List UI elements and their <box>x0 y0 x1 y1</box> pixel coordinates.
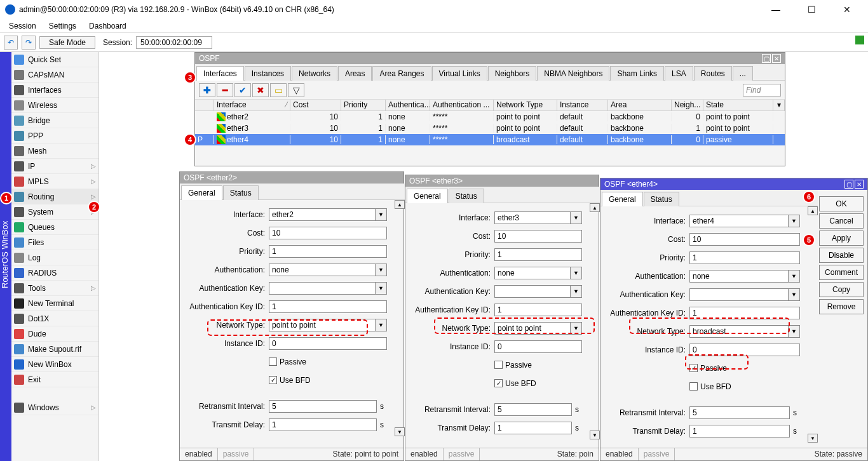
tab-neighbors[interactable]: Neighbors <box>488 66 537 81</box>
col-header[interactable]: Interface⁄ <box>214 100 290 110</box>
tab-interfaces[interactable]: Interfaces <box>196 66 244 81</box>
maximize-button[interactable]: ☐ <box>799 3 824 17</box>
tab--[interactable]: ... <box>733 66 753 81</box>
table-row[interactable]: Pether4101none*****broadcastdefaultbackb… <box>195 134 785 145</box>
menu-session[interactable]: Session <box>3 20 43 32</box>
scroll-up-icon[interactable]: ▲ <box>808 206 818 215</box>
field-instance-id[interactable]: 0 <box>269 337 387 350</box>
col-header[interactable]: Priority <box>341 100 386 110</box>
tab-nbma-neighbors[interactable]: NBMA Neighbors <box>537 66 609 81</box>
nav-item-system[interactable]: System▷ <box>11 204 98 220</box>
dropdown-icon[interactable]: ▼ <box>375 319 386 331</box>
field-cost[interactable]: 10 <box>269 227 387 239</box>
col-header[interactable]: Instance <box>557 100 608 110</box>
scroll-down-icon[interactable]: ▼ <box>808 434 818 443</box>
col-header[interactable] <box>195 100 214 110</box>
menu-settings[interactable]: Settings <box>43 20 83 32</box>
dropdown-icon[interactable]: ▼ <box>788 289 799 300</box>
scroll-down-icon[interactable]: ▼ <box>395 427 405 436</box>
comment-button[interactable]: ▭ <box>270 83 287 97</box>
dropdown-icon[interactable]: ▼ <box>570 286 581 297</box>
disable-button[interactable]: Disable <box>819 248 864 263</box>
copy-button[interactable]: Copy <box>819 282 864 297</box>
field-transmit-delay[interactable]: 1 <box>269 418 377 431</box>
col-header[interactable]: Area <box>608 100 672 110</box>
nav-item-files[interactable]: Files <box>11 235 98 250</box>
minimize-icon[interactable]: ▢ <box>844 180 853 189</box>
field-priority[interactable]: 1 <box>689 251 800 264</box>
find-input[interactable]: Find <box>743 84 781 97</box>
col-menu[interactable]: ▾ <box>773 100 785 110</box>
field-transmit-delay[interactable]: 1 <box>689 425 790 438</box>
menu-dashboard[interactable]: Dashboard <box>83 20 133 32</box>
tab-area-ranges[interactable]: Area Ranges <box>372 66 431 81</box>
field-network-type[interactable]: broadcast▼ <box>689 325 800 338</box>
checkbox-use-bfd[interactable]: ✓Use BFD <box>269 376 311 385</box>
tab-general[interactable]: General <box>407 189 448 203</box>
undo-button[interactable]: ↶ <box>4 36 18 50</box>
close-button[interactable]: ✕ <box>835 3 859 17</box>
nav-item-radius[interactable]: RADIUS <box>11 265 98 281</box>
session-value[interactable]: 50:00:00:02:00:09 <box>136 36 212 49</box>
tab-instances[interactable]: Instances <box>245 66 291 81</box>
ok-button[interactable]: OK <box>819 196 864 211</box>
dropdown-icon[interactable]: ▼ <box>788 326 799 337</box>
field-retransmit-interval[interactable]: 5 <box>269 400 377 413</box>
nav-item-exit[interactable]: Exit <box>11 372 98 387</box>
field-network-type[interactable]: point to point▼ <box>494 322 582 335</box>
dropdown-icon[interactable]: ▼ <box>788 271 799 282</box>
nav-item-wireless[interactable]: Wireless <box>11 98 98 113</box>
tab-status[interactable]: Status <box>449 189 484 203</box>
checkbox-use-bfd[interactable]: ✓Use BFD <box>494 379 536 388</box>
checkbox-use-bfd[interactable]: Use BFD <box>689 382 731 391</box>
col-header[interactable]: Cost <box>290 100 341 110</box>
tab-status[interactable]: Status <box>223 185 259 200</box>
field-authentication-key-id[interactable]: 1 <box>269 300 387 313</box>
add-button[interactable]: ✚ <box>199 83 215 97</box>
comment-button[interactable]: Comment <box>819 265 864 280</box>
close-icon[interactable]: ✕ <box>772 54 781 63</box>
dropdown-icon[interactable]: ▼ <box>570 323 581 334</box>
tab-status[interactable]: Status <box>644 192 679 206</box>
table-row[interactable]: ether3101none*****point to pointdefaultb… <box>195 123 785 134</box>
field-interface[interactable]: ether4▼ <box>689 215 800 227</box>
dropdown-icon[interactable]: ▼ <box>375 264 386 276</box>
nav-item-dot1x[interactable]: Dot1X <box>11 311 98 326</box>
dropdown-icon[interactable]: ▼ <box>375 283 386 294</box>
remove-button[interactable]: ━ <box>217 83 233 97</box>
nav-item-mpls[interactable]: MPLS▷ <box>11 174 98 189</box>
apply-button[interactable]: Apply <box>819 230 864 246</box>
dropdown-icon[interactable]: ▼ <box>570 267 581 279</box>
minimize-button[interactable]: — <box>764 3 788 17</box>
tab-general[interactable]: General <box>181 185 222 200</box>
col-header[interactable]: Network Type <box>494 100 557 110</box>
scroll-down-icon[interactable]: ▼ <box>590 431 600 439</box>
field-retransmit-interval[interactable]: 5 <box>689 406 790 419</box>
dropdown-icon[interactable]: ▼ <box>570 212 581 224</box>
nav-item-new-terminal[interactable]: New Terminal <box>11 296 98 311</box>
filter-button[interactable]: ▽ <box>288 83 304 97</box>
checkbox-passive[interactable]: ✓Passive <box>689 364 727 373</box>
field-priority[interactable]: 1 <box>269 245 387 258</box>
field-authentication-key-id[interactable]: 1 <box>689 307 800 319</box>
enable-button[interactable]: ✔ <box>234 83 251 97</box>
tab-areas[interactable]: Areas <box>338 66 372 81</box>
field-authentication-key[interactable]: ▼ <box>269 282 387 295</box>
redo-button[interactable]: ↷ <box>22 36 36 50</box>
nav-item-interfaces[interactable]: Interfaces <box>11 83 98 98</box>
field-network-type[interactable]: point to point▼ <box>269 319 387 331</box>
dropdown-icon[interactable]: ▼ <box>788 215 799 227</box>
tab-routes[interactable]: Routes <box>694 66 732 81</box>
tab-general[interactable]: General <box>602 192 643 206</box>
field-authentication-key-id[interactable]: 1 <box>494 304 582 316</box>
tab-lsa[interactable]: LSA <box>665 66 693 81</box>
checkbox-passive[interactable]: Passive <box>494 361 532 370</box>
nav-item-new-winbox[interactable]: New WinBox <box>11 357 98 372</box>
field-authentication[interactable]: none▼ <box>689 270 800 283</box>
close-icon[interactable]: ✕ <box>855 180 864 189</box>
scroll-up-icon[interactable]: ▲ <box>590 203 600 212</box>
nav-item-tools[interactable]: Tools▷ <box>11 281 98 296</box>
nav-item-capsman[interactable]: CAPsMAN <box>11 67 98 83</box>
nav-item-ppp[interactable]: PPP <box>11 128 98 144</box>
field-authentication[interactable]: none▼ <box>269 264 387 276</box>
